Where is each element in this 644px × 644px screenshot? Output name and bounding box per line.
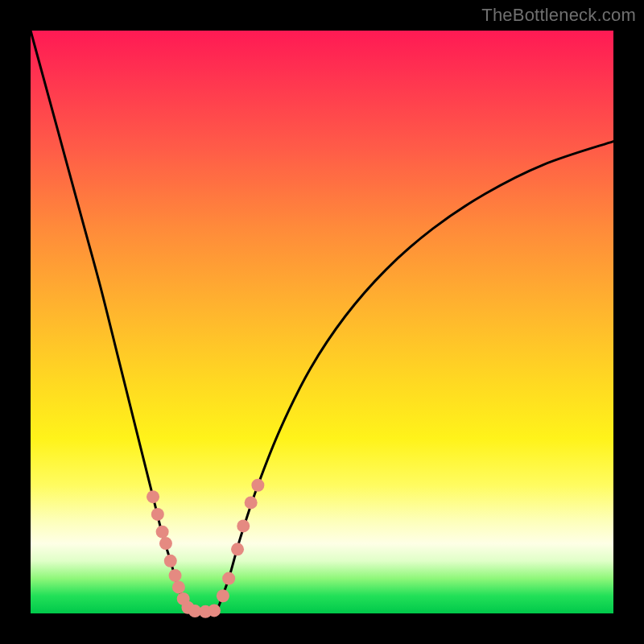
marker-dot [237, 519, 250, 532]
marker-dot [208, 604, 221, 617]
plot-area [31, 31, 613, 613]
marker-dot [245, 496, 258, 509]
chart-frame: TheBottleneck.com [0, 0, 644, 644]
marker-dot [251, 479, 264, 492]
marker-dot [147, 490, 159, 503]
marker-group [147, 479, 264, 618]
marker-dot [169, 569, 182, 582]
marker-dot [164, 555, 177, 568]
curve-right-branch [217, 142, 613, 611]
marker-dot [159, 537, 172, 550]
marker-dot [222, 572, 235, 585]
marker-dot [156, 526, 169, 539]
marker-dot [151, 508, 164, 521]
marker-dot [217, 589, 229, 602]
marker-dot [172, 580, 185, 593]
marker-dot [231, 543, 244, 555]
curve-svg [31, 31, 613, 613]
curve-left-branch [31, 31, 188, 610]
watermark-text: TheBottleneck.com [481, 5, 636, 26]
